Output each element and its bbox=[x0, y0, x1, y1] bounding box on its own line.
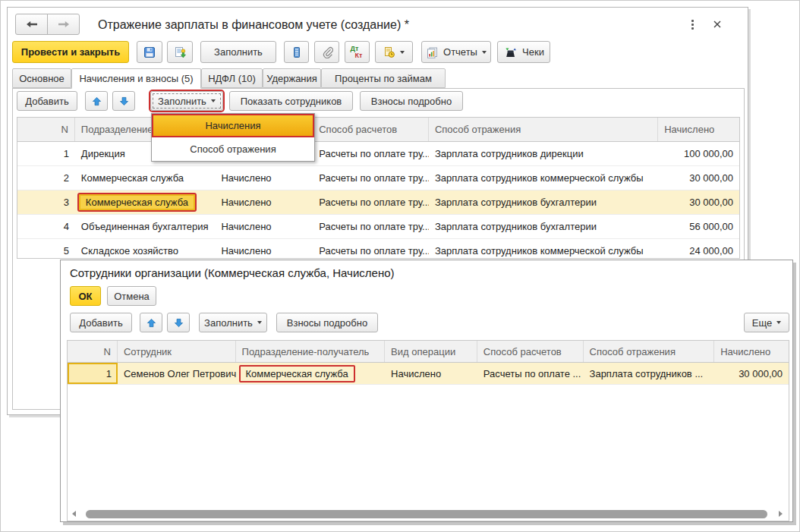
annotated-cell[interactable]: Коммерческая служба bbox=[239, 365, 355, 382]
cell-reflection[interactable]: Зарплата сотрудников коммерческой службы bbox=[429, 166, 658, 190]
cell-employee[interactable]: Семенов Олег Петрович bbox=[118, 363, 236, 384]
cell-calculation[interactable]: Расчеты по оплате ... bbox=[477, 363, 584, 384]
column-header-calculation[interactable]: Способ расчетов bbox=[313, 118, 429, 141]
table-row[interactable]: 4 Объединенная бухгалтерия Начислено Рас… bbox=[17, 215, 739, 239]
column-header-n[interactable]: N bbox=[68, 341, 118, 362]
blue-arrow-down-icon bbox=[119, 96, 129, 106]
post-and-close-button[interactable]: Провести и закрыть bbox=[12, 41, 129, 63]
employees-dialog: Сотрудники организации (Коммерческая слу… bbox=[60, 260, 793, 522]
cell-reflection[interactable]: Зарплата сотрудников бухгалтерии bbox=[429, 215, 658, 238]
dt-kt-button[interactable]: Дт Кт bbox=[345, 41, 370, 63]
cell-reflection[interactable]: Зарплата сотрудников бухгалтерии bbox=[429, 190, 658, 214]
cell-accrued[interactable]: 30 000,00 bbox=[658, 166, 739, 190]
cell-n[interactable]: 4 bbox=[17, 215, 75, 238]
cell-operation[interactable]: Начислено bbox=[215, 190, 313, 214]
column-header-reflection[interactable]: Способ отражения bbox=[584, 341, 715, 362]
add-row-button[interactable]: Добавить bbox=[17, 91, 77, 111]
column-header-calculation[interactable]: Способ расчетов bbox=[477, 341, 584, 362]
ok-button[interactable]: ОК bbox=[70, 286, 101, 306]
cell-n[interactable]: 5 bbox=[17, 239, 75, 259]
chevron-down-icon bbox=[257, 321, 262, 324]
paperclip-icon bbox=[321, 46, 333, 58]
dialog-contributions-detail-button[interactable]: Взносы подробно bbox=[276, 313, 378, 332]
move-down-button[interactable] bbox=[112, 91, 135, 111]
close-icon[interactable] bbox=[713, 20, 722, 29]
scrollbar-right-arrow[interactable] bbox=[779, 511, 783, 517]
column-header-reflection[interactable]: Способ отражения bbox=[429, 118, 658, 141]
cell-division[interactable]: Коммерческая служба bbox=[75, 166, 216, 190]
create-based-on-button[interactable] bbox=[375, 41, 413, 63]
table-row[interactable]: 1 Дирекция Начислено Расчеты по оплате т… bbox=[17, 142, 739, 166]
document-post-icon bbox=[174, 46, 187, 58]
tab-main[interactable]: Основное bbox=[12, 68, 71, 88]
cell-calculation[interactable]: Расчеты по оплате тру... bbox=[313, 215, 429, 238]
scrollbar-left-arrow[interactable] bbox=[72, 511, 76, 517]
cell-accrued[interactable]: 24 000,00 bbox=[658, 239, 739, 259]
checks-button[interactable]: Чеки bbox=[497, 41, 550, 63]
table-row[interactable]: 2 Коммерческая служба Начислено Расчеты … bbox=[17, 166, 739, 190]
horizontal-scrollbar-thumb[interactable] bbox=[86, 510, 767, 518]
dialog-move-down-button[interactable] bbox=[167, 313, 190, 332]
cell-operation[interactable]: Начислено bbox=[215, 166, 313, 190]
cell-reflection[interactable]: Зарплата сотрудников дирекции bbox=[429, 142, 658, 165]
cell-reflection[interactable]: Зарплата сотрудников ... bbox=[584, 363, 715, 384]
cell-n[interactable]: 2 bbox=[17, 166, 75, 190]
structure-button[interactable] bbox=[284, 41, 309, 63]
tab-accruals-contributions[interactable]: Начисления и взносы (5) bbox=[71, 68, 201, 89]
cell-n[interactable]: 1 bbox=[17, 142, 75, 165]
post-document-button[interactable] bbox=[167, 41, 193, 63]
cell-division[interactable]: Объединенная бухгалтерия bbox=[75, 215, 216, 238]
cell-calculation[interactable]: Расчеты по оплате тру... bbox=[313, 239, 429, 259]
cell-n[interactable]: 3 bbox=[17, 190, 75, 214]
cell-accrued[interactable]: 56 000,00 bbox=[658, 215, 739, 238]
menu-item-reflection-method[interactable]: Способ отражения bbox=[152, 137, 314, 161]
annotated-current-cell[interactable]: Коммерческая служба bbox=[77, 193, 197, 212]
cancel-button[interactable]: Отмена bbox=[107, 286, 156, 306]
cell-recipient-division[interactable]: Коммерческая служба bbox=[236, 363, 386, 384]
cell-accrued[interactable]: 30 000,00 bbox=[714, 363, 789, 384]
cell-calculation[interactable]: Расчеты по оплате тру... bbox=[313, 166, 429, 190]
cell-division-current[interactable]: Коммерческая служба bbox=[75, 190, 216, 214]
contributions-detail-button[interactable]: Взносы подробно bbox=[360, 91, 463, 111]
move-up-button[interactable] bbox=[85, 91, 108, 111]
column-header-accrued[interactable]: Начислено bbox=[658, 118, 739, 141]
debit-credit-icon: Дт Кт bbox=[351, 45, 364, 60]
more-button[interactable]: Еще bbox=[744, 313, 789, 332]
dialog-table-row-selected[interactable]: 1 Семенов Олег Петрович Коммерческая слу… bbox=[68, 363, 789, 385]
cell-operation[interactable]: Начислено bbox=[215, 239, 313, 259]
column-header-employee[interactable]: Сотрудник bbox=[118, 341, 236, 362]
cell-operation[interactable]: Начислено bbox=[215, 215, 313, 238]
column-header-recipient-division[interactable]: Подразделение-получатель bbox=[236, 341, 386, 362]
reports-button[interactable]: Отчеты bbox=[421, 41, 491, 63]
column-header-operation[interactable]: Вид операции bbox=[385, 341, 477, 362]
fill-dropdown-button[interactable]: Заполнить bbox=[150, 91, 223, 111]
cell-operation[interactable]: Начислено bbox=[385, 363, 477, 384]
cell-accrued[interactable]: 30 000,00 bbox=[658, 190, 739, 214]
show-employees-button[interactable]: Показать сотрудников bbox=[229, 91, 353, 111]
save-button[interactable] bbox=[137, 41, 162, 63]
column-header-n[interactable]: N bbox=[17, 118, 75, 141]
dialog-fill-dropdown-button[interactable]: Заполнить bbox=[199, 313, 267, 332]
dialog-move-up-button[interactable] bbox=[140, 313, 162, 332]
menu-item-accruals[interactable]: Начисления bbox=[152, 114, 314, 137]
dialog-add-button[interactable]: Добавить bbox=[70, 313, 132, 332]
tab-deductions[interactable]: Удержания bbox=[263, 68, 321, 88]
column-header-accrued[interactable]: Начислено bbox=[714, 341, 789, 362]
table-row-selected[interactable]: 3 Коммерческая служба Начислено Расчеты … bbox=[17, 190, 739, 215]
chevron-down-icon bbox=[482, 51, 487, 54]
more-menu-icon[interactable] bbox=[687, 18, 698, 30]
cell-n-current[interactable]: 1 bbox=[68, 363, 118, 384]
cell-reflection[interactable]: Зарплата сотрудников коммерческой службы bbox=[429, 239, 658, 259]
fill-button-top[interactable]: Заполнить bbox=[200, 41, 276, 63]
nav-forward-button[interactable] bbox=[47, 14, 80, 35]
cash-register-icon bbox=[503, 46, 518, 58]
attachments-button[interactable] bbox=[314, 41, 339, 63]
tab-ndfl[interactable]: НДФЛ (10) bbox=[201, 68, 263, 88]
cell-calculation[interactable]: Расчеты по оплате тру... bbox=[313, 190, 429, 214]
cell-accrued[interactable]: 100 000,00 bbox=[658, 142, 739, 165]
cell-calculation[interactable]: Расчеты по оплате тру... bbox=[313, 142, 429, 165]
nav-back-button[interactable] bbox=[15, 14, 48, 35]
tab-loan-interest[interactable]: Проценты по займам bbox=[321, 68, 446, 88]
table-row[interactable]: 5 Складское хозяйство Начислено Расчеты … bbox=[17, 239, 739, 259]
cell-division[interactable]: Складское хозяйство bbox=[75, 239, 216, 259]
